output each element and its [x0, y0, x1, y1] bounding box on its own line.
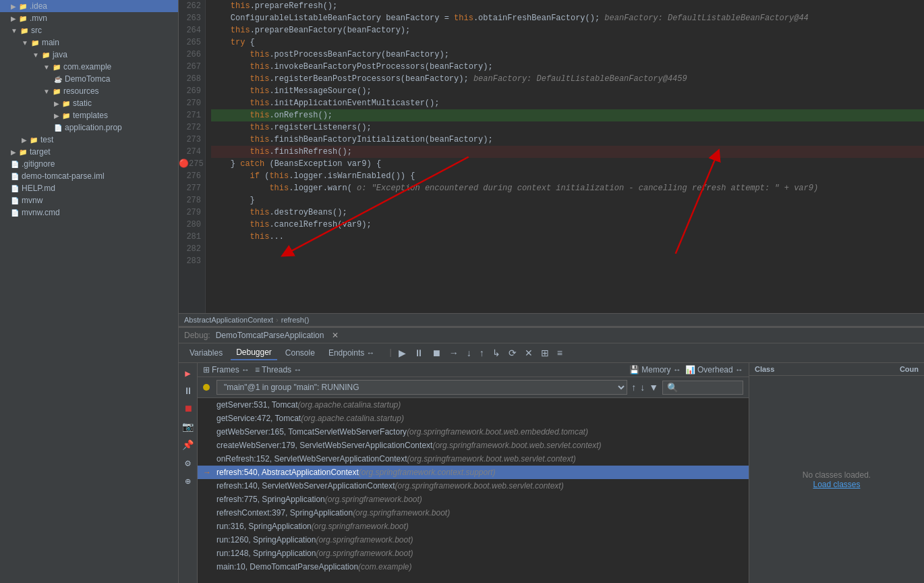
tree-item[interactable]: 📄application.prop [0, 121, 178, 134]
left-action-bar: ▶ ⏸ ⏹ 📷 📌 ⚙ ⊕ [179, 363, 198, 583]
tree-item[interactable]: ▶📁test [0, 134, 178, 146]
tree-item[interactable]: ▼📁com.example [0, 61, 178, 73]
stack-frame-item[interactable]: onRefresh:152, ServletWebServerApplicati… [198, 452, 749, 466]
frame-pkg: (org.apache.catalina.startup) [298, 400, 401, 410]
thread-selector-bar: "main"@1 in group "main": RUNNING ↑ ↓ ▼ [198, 377, 749, 398]
stack-frame-item[interactable]: getServer:531, Tomcat (org.apache.catali… [198, 398, 749, 412]
stack-frame-item[interactable]: refresh:140, ServletWebServerApplication… [198, 479, 749, 493]
code-line: this.finishRefresh(); [211, 146, 924, 158]
tab-endpoints[interactable]: Endpoints ↔ [323, 346, 380, 360]
thread-dropdown[interactable]: "main"@1 in group "main": RUNNING [216, 380, 627, 395]
line-number: 270 [179, 97, 201, 109]
frames-threads-bar: ⊞ Frames ↔ ≡ Threads ↔ 💾 Memory ↔ [198, 363, 749, 377]
toolbar-pause[interactable]: ⏸ [411, 346, 426, 360]
toolbar-evaluate[interactable]: ⟳ [506, 346, 519, 360]
stack-frame-item[interactable]: run:316, SpringApplication (org.springfr… [198, 520, 749, 533]
line-number: 272 [179, 121, 201, 134]
tree-item[interactable]: ☕DemoTomca [0, 73, 178, 85]
debug-area: Debug: DemoTomcatParseApplication ✕ Vari… [179, 327, 924, 583]
tree-item[interactable]: ▼📁main [0, 36, 178, 49]
tree-item[interactable]: ▼📁src [0, 24, 178, 36]
toolbar-run-to-cursor[interactable]: ↳ [490, 346, 503, 360]
breadcrumb-separator: › [276, 316, 279, 324]
tree-item[interactable]: ▶📁.idea [0, 0, 178, 12]
code-line: this.logger.warn( o: "Exception encounte… [211, 182, 924, 194]
action-resume-icon[interactable]: ▶ [183, 366, 192, 381]
action-stop-icon[interactable]: ⏹ [181, 401, 195, 416]
frames-button[interactable]: ⊞ Frames ↔ [203, 365, 250, 374]
line-number: 264 [179, 24, 201, 36]
debug-header: Debug: DemoTomcatParseApplication ✕ [179, 328, 924, 343]
toolbar-step-into[interactable]: ↓ [464, 346, 474, 360]
tree-item[interactable]: ▶📁templates [0, 109, 178, 121]
stack-frame-item[interactable]: run:1248, SpringApplication (org.springf… [198, 547, 749, 560]
tree-item[interactable]: 📄HELP.md [0, 182, 178, 194]
thread-down-button[interactable]: ↓ [640, 382, 645, 393]
file-tree: ▶📁.idea▶📁.mvn▼📁src▼📁main▼📁java▼📁com.exam… [0, 0, 179, 583]
toolbar-frames[interactable]: ⊞ [538, 346, 552, 360]
tree-item-label: test [40, 135, 53, 144]
action-extra-icon[interactable]: ⊕ [183, 474, 192, 489]
line-number: 279 [179, 206, 201, 219]
code-line: ConfigurableListableBeanFactory beanFact… [211, 12, 924, 24]
tab-debugger[interactable]: Debugger [231, 345, 277, 360]
toolbar-mute[interactable]: ✕ [522, 346, 536, 360]
tab-variables[interactable]: Variables [184, 346, 228, 360]
toolbar-settings[interactable]: ≡ [554, 346, 565, 360]
frame-indicator: → [203, 468, 214, 477]
toolbar-step-over[interactable]: → [446, 346, 461, 360]
code-line: this.postProcessBeanFactory(beanFactory)… [211, 49, 924, 61]
tree-item[interactable]: ▼📁java [0, 49, 178, 61]
threads-icon: ≡ [255, 365, 260, 374]
tree-item[interactable]: 📄mvnw [0, 194, 178, 206]
main-content: 262263264265266267268269270271272273274🔴… [179, 0, 924, 583]
tab-console[interactable]: Console [280, 346, 320, 360]
frame-method: run:1260, SpringApplication [216, 535, 316, 545]
stack-frame-item[interactable]: → refresh:540, AbstractApplicationContex… [198, 466, 749, 479]
thread-filter-button[interactable]: ▼ [649, 382, 658, 393]
threads-label: Threads ↔ [262, 365, 301, 374]
debug-close-icon[interactable]: ✕ [332, 331, 339, 340]
stack-frame-item[interactable]: run:1260, SpringApplication (org.springf… [198, 533, 749, 547]
tree-item-label: main [42, 38, 59, 47]
tree-item[interactable]: 📄.gitignore [0, 158, 178, 170]
code-line: this.registerListeners(); [211, 121, 924, 134]
toolbar-step-out[interactable]: ↑ [477, 346, 487, 360]
frame-method: onRefresh:152, ServletWebServerApplicati… [216, 454, 407, 464]
overhead-button[interactable]: 📊 Overhead ↔ [685, 365, 743, 374]
debug-toolbar: Variables Debugger Console Endpoints ↔ |… [179, 343, 924, 363]
memory-label: Memory ↔ [641, 365, 681, 374]
overhead-label: Overhead ↔ [697, 365, 743, 374]
tree-item[interactable]: ▶📁static [0, 97, 178, 109]
threads-button[interactable]: ≡ Threads ↔ [255, 365, 301, 374]
stack-frame-item[interactable]: getService:472, Tomcat (org.apache.catal… [198, 412, 749, 425]
stack-frame-item[interactable]: refreshContext:397, SpringApplication (o… [198, 506, 749, 520]
tree-item[interactable]: 📄demo-tomcat-parse.iml [0, 170, 178, 182]
stack-frame-item[interactable]: getWebServer:165, TomcatServletWebServer… [198, 425, 749, 439]
frame-pkg: (org.springframework.boot.web.servlet.co… [407, 454, 576, 464]
toolbar-stop[interactable]: ⏹ [429, 346, 444, 360]
thread-up-button[interactable]: ↑ [631, 382, 636, 393]
tree-item-label: com.example [63, 62, 111, 72]
action-pause-icon[interactable]: ⏸ [181, 384, 195, 399]
action-gear-icon[interactable]: ⚙ [183, 455, 192, 471]
stack-frame-item[interactable]: createWebServer:179, ServletWebServerApp… [198, 439, 749, 452]
code-line: this.finishBeanFactoryInitialization(bea… [211, 134, 924, 146]
thread-search-input[interactable] [662, 381, 743, 395]
action-pin-icon[interactable]: 📌 [180, 437, 196, 453]
load-classes-link[interactable]: Load classes [813, 480, 860, 489]
stack-frame-item[interactable]: main:10, DemoTomcatParseApplication (com… [198, 560, 749, 574]
tree-item[interactable]: ▶📁target [0, 146, 178, 158]
memory-button[interactable]: 💾 Memory ↔ [629, 365, 681, 374]
action-camera-icon[interactable]: 📷 [180, 419, 196, 435]
toolbar-resume[interactable]: ▶ [396, 346, 409, 360]
line-number: 265 [179, 36, 201, 49]
stack-frame-item[interactable]: refresh:775, SpringApplication (org.spri… [198, 493, 749, 506]
tree-item-label: DemoTomca [65, 74, 110, 84]
tree-item[interactable]: ▼📁resources [0, 85, 178, 97]
tree-item[interactable]: ▶📁.mvn [0, 12, 178, 24]
frame-method: run:316, SpringApplication [216, 522, 312, 531]
tree-item[interactable]: 📄mvnw.cmd [0, 206, 178, 219]
line-number: 278 [179, 194, 201, 206]
frames-label: Frames ↔ [212, 365, 250, 374]
